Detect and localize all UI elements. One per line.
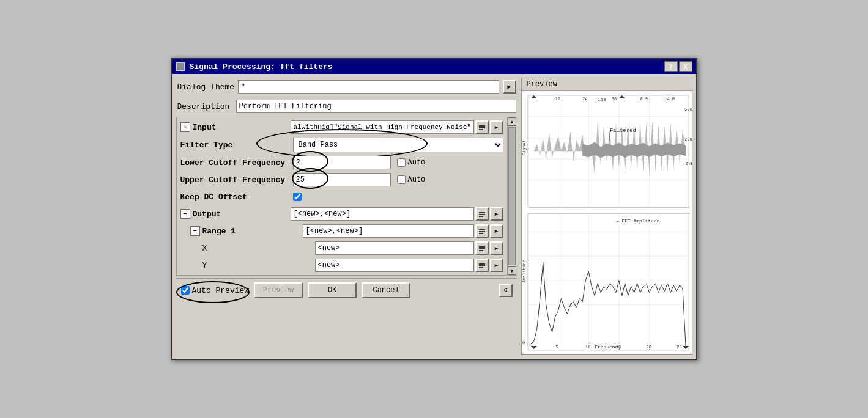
range1-play-btn[interactable]: ▶: [490, 224, 503, 238]
x-play-btn[interactable]: ▶: [490, 241, 503, 255]
svg-text:0: 0: [522, 340, 524, 345]
input-browse-btn[interactable]: [475, 120, 489, 134]
lower-cutoff-label: Lower Cutoff Frequency: [180, 158, 291, 167]
close-button[interactable]: X: [679, 61, 692, 72]
svg-text:-2.0: -2.0: [683, 161, 692, 166]
input-section-header: + Input ▶: [178, 119, 506, 136]
svg-rect-0: [479, 125, 485, 127]
output-browse-btn[interactable]: [475, 207, 489, 221]
upper-cutoff-auto-label: Auto: [397, 175, 426, 184]
input-value[interactable]: [291, 120, 474, 134]
svg-rect-11: [479, 250, 483, 251]
svg-text:5.0: 5.0: [684, 107, 692, 112]
svg-text:Amplitude: Amplitude: [522, 260, 527, 282]
filter-type-select[interactable]: Low Pass High Pass Band Pass Band Stop: [293, 138, 503, 152]
y-play-btn[interactable]: ▶: [490, 258, 503, 272]
range1-expand-btn[interactable]: −: [190, 226, 200, 236]
range1-label: Range 1: [202, 227, 236, 236]
svg-text:2.0: 2.0: [684, 137, 692, 142]
output-expand-btn[interactable]: −: [180, 209, 190, 219]
svg-text:Time: Time: [595, 97, 606, 102]
svg-rect-3: [479, 212, 485, 213]
svg-rect-13: [479, 265, 485, 266]
range1-value[interactable]: [303, 224, 474, 238]
y-output-btn-group: ▶: [315, 258, 503, 272]
ok-button[interactable]: OK: [308, 282, 357, 298]
collapse-btn[interactable]: «: [499, 284, 513, 297]
lower-cutoff-auto-checkbox[interactable]: [397, 158, 406, 167]
scroll-down-btn[interactable]: ▼: [508, 266, 516, 275]
svg-rect-9: [479, 246, 485, 248]
input-expand-btn[interactable]: +: [180, 122, 190, 132]
main-window: Signal Processing: fft_filters ? X Dialo…: [171, 58, 697, 360]
upper-cutoff-label: Upper Cutoff Frequency: [180, 175, 291, 185]
svg-rect-8: [479, 233, 483, 234]
svg-rect-12: [479, 263, 485, 265]
scroll-thumb[interactable]: [508, 127, 516, 265]
lower-cutoff-auto-text: Auto: [408, 158, 426, 167]
main-content: Dialog Theme ▶ Description + Input: [172, 74, 696, 359]
titlebar-buttons: ? X: [664, 61, 692, 72]
dialog-theme-arrow-btn[interactable]: ▶: [503, 80, 516, 94]
left-panel: Dialog Theme ▶ Description + Input: [176, 78, 517, 355]
svg-rect-14: [479, 267, 483, 268]
params-inner: + Input ▶ Filter Type: [177, 117, 507, 275]
filter-type-row: Filter Type Low Pass High Pass Band Pass…: [178, 136, 506, 154]
keep-dc-label: Keep DC Offset: [180, 193, 291, 202]
range1-browse-btn[interactable]: [475, 224, 489, 238]
input-label: Input: [193, 123, 217, 132]
svg-text:14.0: 14.0: [664, 97, 675, 101]
description-input[interactable]: [236, 100, 516, 113]
svg-text:25: 25: [677, 345, 681, 350]
input-btn-group: ▶: [291, 120, 503, 134]
svg-rect-39: [527, 214, 688, 350]
svg-rect-4: [479, 214, 485, 215]
x-output-label: X: [202, 244, 313, 253]
auto-preview-checkbox[interactable]: [181, 286, 190, 295]
preview-button[interactable]: Preview: [254, 282, 303, 298]
svg-text:— FFT Amplitude: — FFT Amplitude: [615, 218, 659, 224]
help-button[interactable]: ?: [664, 61, 678, 72]
svg-rect-2: [479, 129, 483, 130]
upper-cutoff-input[interactable]: [293, 173, 391, 186]
right-panel: Preview: [521, 78, 692, 355]
output-btn-group: ▶: [291, 207, 503, 221]
preview-svg: Filtered Time Signal 12 24 36 0.5 14.0: [522, 91, 692, 354]
y-browse-btn[interactable]: [475, 258, 489, 272]
dialog-theme-input[interactable]: [238, 80, 499, 94]
description-label: Description: [177, 102, 232, 111]
output-value[interactable]: [291, 207, 474, 221]
svg-text:10: 10: [585, 345, 590, 350]
description-row: Description: [176, 98, 517, 114]
lower-cutoff-auto-label: Auto: [397, 158, 426, 167]
filtered-label: Filtered: [609, 128, 636, 134]
lower-cutoff-input[interactable]: [293, 156, 391, 169]
svg-rect-6: [479, 229, 485, 230]
svg-rect-10: [479, 248, 485, 249]
svg-text:36: 36: [611, 97, 616, 101]
x-output-input[interactable]: [315, 241, 474, 255]
dialog-theme-row: Dialog Theme ▶: [176, 78, 517, 96]
y-output-label: Y: [202, 261, 313, 270]
svg-text:5: 5: [555, 345, 558, 350]
y-output-row: Y ▶: [178, 257, 506, 274]
keep-dc-checkbox[interactable]: [293, 193, 302, 201]
svg-text:24: 24: [582, 97, 587, 101]
y-output-input[interactable]: [315, 258, 474, 272]
x-output-btn-group: ▶: [315, 241, 503, 255]
svg-rect-7: [479, 231, 485, 232]
input-play-btn[interactable]: ▶: [490, 120, 503, 134]
output-label: Output: [193, 210, 221, 219]
upper-cutoff-auto-checkbox[interactable]: [397, 175, 406, 184]
params-container: + Input ▶ Filter Type: [176, 117, 517, 276]
scroll-up-btn[interactable]: ▲: [508, 117, 516, 126]
output-section-header: − Output ▶: [178, 205, 506, 222]
svg-text:20: 20: [646, 345, 651, 350]
titlebar-left: Signal Processing: fft_filters: [176, 62, 333, 72]
output-play-btn[interactable]: ▶: [490, 207, 503, 221]
bottom-bar: Auto Preview Preview OK Cancel «: [176, 278, 517, 302]
scrollbar[interactable]: ▲ ▼: [507, 117, 517, 275]
preview-content: Filtered Time Signal 12 24 36 0.5 14.0: [522, 91, 692, 354]
cancel-button[interactable]: Cancel: [362, 282, 410, 298]
x-browse-btn[interactable]: [475, 241, 489, 255]
